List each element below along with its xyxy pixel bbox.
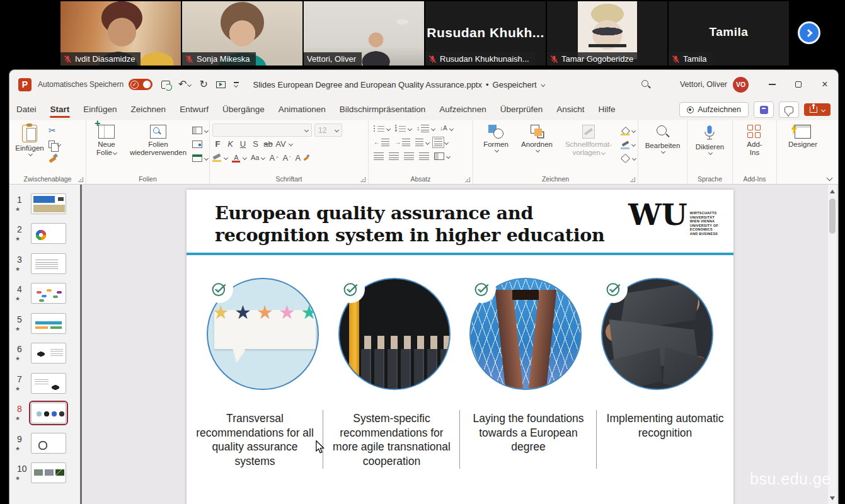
tab-einfuegen[interactable]: Einfügen — [76, 100, 124, 120]
slide-item-1[interactable]: 1 ★ — [9, 193, 80, 221]
save-icon[interactable] — [161, 81, 170, 89]
share-button[interactable] — [804, 103, 831, 116]
slide-layout-button[interactable] — [192, 125, 208, 135]
editing-button[interactable]: Bearbeiten — [645, 123, 681, 174]
tab-bildschirmpraesentation[interactable]: Bildschirmpräsentation — [333, 100, 433, 120]
reset-slide-button[interactable] — [192, 139, 208, 149]
slide-thumbnail[interactable] — [31, 313, 66, 334]
slide-item-10[interactable]: 10 ★ — [9, 462, 80, 490]
vertical-scrollbar[interactable] — [828, 185, 837, 504]
participant-tile-ivdit[interactable]: Ivdit Diasamidze — [60, 1, 181, 66]
more-commands-icon[interactable] — [234, 82, 239, 87]
slide-thumbnail[interactable] — [31, 193, 66, 214]
slide-thumbnail[interactable] — [31, 253, 66, 274]
user-avatar[interactable]: VO — [733, 77, 749, 93]
slide-thumbnail[interactable] — [31, 223, 66, 244]
designer-button[interactable]: Designer — [788, 123, 817, 174]
decrease-indent-button[interactable]: ← — [374, 137, 389, 147]
participant-tile-sonja[interactable]: Sonja Mikeska — [182, 1, 302, 66]
participant-tile-vettori[interactable]: Vettori, Oliver — [304, 1, 424, 66]
new-slide-button[interactable]: NeueFolie — [89, 123, 124, 174]
tab-uebergaenge[interactable]: Übergänge — [216, 100, 272, 120]
slide-item-6[interactable]: 6 ★ — [9, 343, 80, 370]
underline-button[interactable]: U — [238, 139, 248, 149]
format-painter-button[interactable] — [49, 153, 60, 163]
dialog-launcher-icon[interactable] — [78, 177, 83, 182]
slide-thumbnail[interactable] — [31, 433, 66, 454]
dialog-launcher-icon[interactable] — [630, 177, 635, 182]
font-color-button[interactable]: A — [232, 152, 246, 163]
slide-item-5[interactable]: 5 ★ — [9, 313, 80, 341]
shape-outline-button[interactable] — [621, 139, 636, 149]
font-size-combobox[interactable]: 12 — [314, 123, 342, 137]
italic-button[interactable]: K — [225, 139, 236, 149]
columns-button[interactable] — [415, 137, 429, 147]
clear-formatting-button[interactable]: A — [295, 152, 311, 163]
numbering-button[interactable] — [395, 123, 411, 134]
slide-item-4[interactable]: 4 ★ — [9, 283, 80, 311]
tab-zeichnen[interactable]: Zeichnen — [124, 100, 173, 120]
shapes-button[interactable]: Formen — [480, 123, 512, 174]
participant-tile-tamila[interactable]: Tamila Tamila — [669, 1, 789, 66]
character-spacing-button[interactable]: AV — [275, 139, 286, 149]
search-icon[interactable] — [641, 79, 651, 89]
scroll-up-arrow[interactable] — [830, 190, 835, 193]
addins-button[interactable]: Add-Ins — [747, 123, 762, 174]
slide-canvas[interactable]: European quality assurance and recogniti… — [187, 190, 733, 504]
section-button[interactable] — [192, 153, 208, 163]
close-button[interactable]: × — [812, 70, 838, 99]
align-right-button[interactable] — [404, 151, 414, 161]
highlight-color-button[interactable] — [212, 152, 227, 163]
document-title[interactable]: Slides European Degree and European Qual… — [253, 70, 544, 99]
align-center-button[interactable] — [389, 151, 399, 161]
slide-thumbnail[interactable] — [31, 343, 66, 364]
increase-indent-button[interactable]: → — [394, 137, 410, 147]
autosave-toggle[interactable]: ✓ — [129, 79, 152, 90]
tab-entwurf[interactable]: Entwurf — [173, 100, 216, 120]
slide-item-3[interactable]: 3 ★ — [9, 253, 80, 281]
next-participants-button[interactable] — [798, 21, 820, 44]
dictate-button[interactable]: Diktieren — [696, 123, 724, 174]
shape-effects-button[interactable] — [621, 153, 636, 163]
change-case-button[interactable]: Aa — [251, 152, 265, 163]
align-text-button[interactable] — [434, 137, 448, 147]
smartart-button[interactable] — [434, 151, 450, 161]
slide-thumbnail[interactable] — [31, 373, 66, 394]
grow-font-button[interactable]: A^ — [269, 152, 278, 163]
tab-datei[interactable]: Datei — [9, 100, 43, 120]
tab-animationen[interactable]: Animationen — [272, 100, 333, 120]
text-direction-button[interactable]: ↓A — [440, 123, 453, 134]
slide-item-9[interactable]: 9 ★ — [9, 433, 80, 461]
cut-button[interactable]: ✂ — [49, 125, 60, 135]
slide-thumbnail[interactable] — [31, 462, 66, 483]
tab-ueberpruefen[interactable]: Überprüfen — [493, 100, 550, 120]
slide-item-2[interactable]: 2 ★ — [9, 223, 80, 251]
shrink-font-button[interactable]: Aˇ — [282, 152, 290, 163]
participant-tile-rusudan[interactable]: Rusudan Khukh... Rusudan Khukhunaish... — [425, 1, 546, 66]
justify-button[interactable] — [419, 151, 429, 161]
dialog-launcher-icon[interactable] — [360, 177, 365, 182]
scroll-down-arrow[interactable] — [830, 496, 835, 500]
bold-button[interactable]: F — [212, 139, 223, 149]
slide-item-8-selected[interactable]: 8 ★ — [9, 403, 80, 430]
redo-icon[interactable]: ↻ — [199, 79, 207, 89]
scrollbar-thumb[interactable] — [829, 198, 836, 234]
teams-share-button[interactable] — [754, 101, 774, 118]
slide-thumbnail[interactable] — [31, 403, 66, 423]
align-left-button[interactable] — [374, 151, 384, 161]
strikethrough-button[interactable]: ab — [263, 139, 273, 149]
text-shadow-button[interactable]: S — [250, 139, 261, 149]
line-spacing-button[interactable]: ↕ — [417, 123, 435, 134]
reuse-slides-button[interactable]: Folienwiederverwenden — [125, 123, 191, 174]
arrange-button[interactable]: Anordnen — [517, 123, 556, 174]
undo-button[interactable]: ↶ — [178, 79, 191, 90]
paste-button[interactable]: Einfügen — [12, 123, 47, 174]
bullets-button[interactable] — [374, 123, 390, 134]
comments-button[interactable] — [779, 101, 799, 118]
font-name-combobox[interactable] — [212, 123, 312, 137]
tab-start[interactable]: Start — [43, 100, 77, 120]
maximize-button[interactable] — [785, 70, 812, 99]
record-button[interactable]: Aufzeichnen — [679, 102, 749, 117]
dialog-launcher-icon[interactable] — [465, 177, 470, 182]
slide-item-7[interactable]: 7 ★ — [9, 373, 80, 401]
